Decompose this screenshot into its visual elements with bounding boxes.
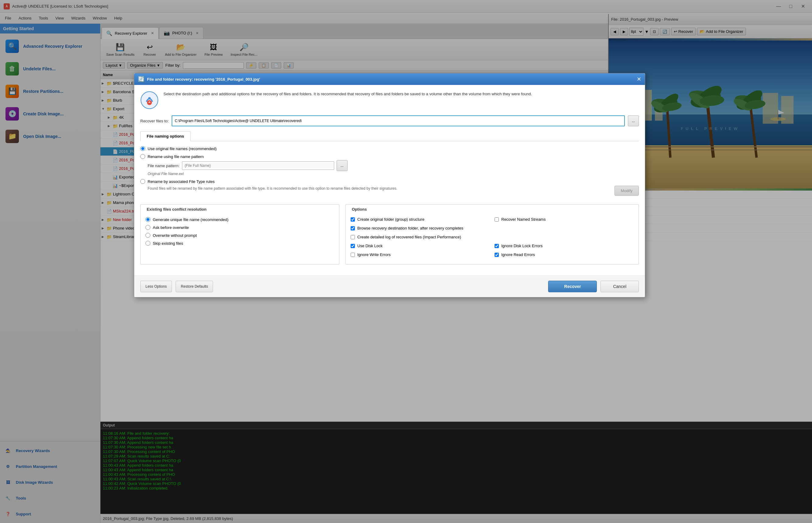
conflict-overwrite-label: Overwrite without prompt: [153, 233, 197, 238]
opt-browse-after-cb[interactable]: [351, 226, 355, 231]
rename-by-type-desc: Found files will be renamed by file name…: [148, 186, 639, 196]
radio-rename-by-type-label: Rename by associated File Type rules: [148, 179, 215, 184]
radio-use-original-label: Use original file names (recommended): [148, 146, 217, 151]
opt-named-streams-label: Recover Named Streams: [501, 217, 546, 222]
conflict-unique-input[interactable]: [146, 217, 150, 222]
file-name-pattern-row: File name pattern: ...: [148, 160, 639, 171]
modal-icon: 🔄: [138, 76, 145, 83]
radio-rename-pattern-label: Rename using file name pattern: [148, 154, 204, 159]
file-naming-options-tab[interactable]: File naming options: [140, 131, 190, 141]
conflict-radio-unique: Generate unique file name (recommended): [146, 217, 334, 222]
opt-ignore-write-errors-label: Ignore Write Errors: [357, 252, 391, 257]
browse-button[interactable]: ...: [628, 115, 639, 126]
modal-footer: Less Options Restore Defaults Recover Ca…: [134, 275, 645, 297]
opt-original-folder-label: Create original folder (group) structure: [357, 217, 424, 222]
modal-overlay: 🔄 File and folder recovery: recovering '…: [0, 0, 812, 523]
modal-desc-text: Select the destination path and addition…: [163, 91, 532, 109]
conflict-unique-label: Generate unique file name (recommended): [153, 217, 228, 222]
opt-detailed-log-label: Create detailed log of recovered files (…: [357, 235, 461, 239]
opt-ignore-disk-lock-errors: Ignore Disk Lock Errors: [495, 244, 634, 248]
opt-disk-lock-cb[interactable]: [351, 244, 355, 248]
file-name-pattern-label: File name pattern:: [148, 163, 180, 168]
opt-ignore-read-errors-cb[interactable]: [495, 253, 499, 257]
modal-field-row: Recover files to: ...: [140, 115, 639, 126]
pattern-hint: Original File Name.ext: [148, 172, 639, 176]
opt-browse-after-label: Browse recovery destination folder, afte…: [357, 226, 463, 231]
radio-use-original: Use original file names (recommended): [140, 146, 639, 151]
restore-defaults-button[interactable]: Restore Defaults: [176, 281, 213, 292]
conflict-radio-skip: Skip existing files: [146, 241, 334, 246]
modal-title: File and folder recovery: recovering '20…: [147, 77, 260, 82]
conflict-ask-label: Ask before overwrite: [153, 225, 189, 230]
opt-named-streams: Recover Named Streams: [495, 217, 634, 222]
opt-ignore-read-errors: Ignore Read Errors: [495, 252, 634, 257]
pattern-browse-btn[interactable]: ...: [337, 160, 348, 171]
conflict-radio-overwrite: Overwrite without prompt: [146, 233, 334, 238]
conflict-skip-label: Skip existing files: [153, 241, 183, 246]
recover-path-input[interactable]: [172, 115, 625, 126]
opt-ignore-write-errors-cb[interactable]: [351, 253, 355, 257]
modal-desc-icon: [140, 91, 159, 109]
conflict-radio-group: Generate unique file name (recommended) …: [146, 217, 334, 246]
conflict-resolution-box: Existing files conflict resolution Gener…: [140, 204, 339, 265]
options-grid: Create original folder (group) structure…: [351, 217, 634, 259]
options-section-label: Options: [351, 207, 368, 212]
modal-title-bar: 🔄 File and folder recovery: recovering '…: [134, 73, 645, 85]
file-naming-content: Use original file names (recommended) Re…: [140, 146, 639, 199]
svg-point-34: [148, 97, 151, 100]
file-naming-left: Use original file names (recommended) Re…: [140, 146, 639, 199]
options-box: Options Create original folder (group) s…: [346, 204, 639, 265]
recovery-dialog: 🔄 File and folder recovery: recovering '…: [134, 73, 645, 297]
conflict-section-label: Existing files conflict resolution: [146, 207, 207, 212]
dialog-recover-button[interactable]: Recover: [548, 281, 597, 292]
radio-use-original-input[interactable]: [140, 146, 145, 151]
conflict-radio-ask: Ask before overwrite: [146, 225, 334, 230]
radio-group-naming: Use original file names (recommended) Re…: [140, 146, 639, 196]
opt-detailed-log: Create detailed log of recovered files (…: [351, 235, 634, 239]
opt-named-streams-cb[interactable]: [495, 217, 499, 222]
opt-original-folder-cb[interactable]: [351, 217, 355, 222]
options-tab-bar: File naming options: [140, 131, 639, 141]
modal-close-button[interactable]: ✕: [637, 76, 641, 82]
opt-disk-lock: Use Disk Lock: [351, 244, 490, 248]
radio-rename-by-type-input[interactable]: [140, 179, 145, 184]
opt-ignore-write-errors: Ignore Write Errors: [351, 252, 490, 257]
less-options-button[interactable]: Less Options: [140, 281, 172, 292]
radio-use-original-row: Use original file names (recommended): [140, 146, 639, 151]
rename-by-type-hint: Found files will be renamed by file name…: [148, 186, 611, 191]
opt-detailed-log-cb[interactable]: [351, 235, 355, 239]
file-name-pattern-input[interactable]: [182, 161, 334, 170]
radio-rename-by-type: Rename by associated File Type rules: [140, 179, 639, 184]
conflict-overwrite-input[interactable]: [146, 233, 150, 238]
opt-browse-after: Browse recovery destination folder, afte…: [351, 226, 634, 231]
modal-description: Select the destination path and addition…: [140, 91, 639, 109]
opt-ignore-read-errors-label: Ignore Read Errors: [501, 252, 535, 257]
conflict-skip-input[interactable]: [146, 241, 150, 246]
dialog-cancel-button[interactable]: Cancel: [601, 281, 639, 292]
conflict-ask-input[interactable]: [146, 225, 150, 230]
radio-rename-pattern-input[interactable]: [140, 154, 145, 159]
modal-body: Select the destination path and addition…: [134, 85, 645, 275]
radio-rename-pattern-row: Rename using file name pattern File name…: [140, 154, 639, 176]
recover-files-to-label: Recover files to:: [140, 119, 169, 123]
conflict-options-row: Existing files conflict resolution Gener…: [140, 204, 639, 269]
opt-ignore-disk-lock-errors-label: Ignore Disk Lock Errors: [501, 244, 543, 248]
radio-rename-pattern: Rename using file name pattern: [140, 154, 639, 159]
opt-ignore-disk-lock-errors-cb[interactable]: [495, 244, 499, 248]
opt-original-folder: Create original folder (group) structure: [351, 217, 490, 222]
modify-button[interactable]: Modify: [614, 186, 639, 196]
radio-rename-type-row: Rename by associated File Type rules Fou…: [140, 179, 639, 196]
opt-disk-lock-label: Use Disk Lock: [357, 244, 383, 248]
